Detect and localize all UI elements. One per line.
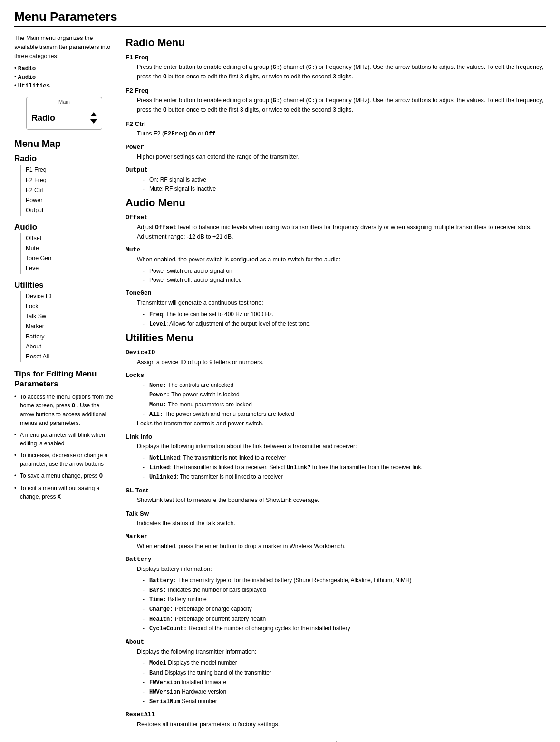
radio-menu-section: Radio Menu F1 Freq Press the enter butto… [126,37,546,194]
param-about: About Displays the following transmitter… [126,638,546,706]
param-battery-list: Battery: The chemistry type of for the i… [143,576,546,634]
menu-map-section: Menu Map Radio F1 Freq F2 Freq F2 Ctrl P… [14,138,114,362]
param-battery: Battery Displays battery information: Ba… [126,556,546,634]
utilities-menu-heading: Utilities Menu [126,332,546,344]
param-sltest-desc: ShowLink test tool to measure the bounda… [137,496,546,505]
param-deviceid-desc: Assign a device ID of up to 9 letters or… [137,358,546,367]
param-f2freq: F2 Freq Press the enter button to enable… [126,87,546,116]
menu-map-item: About [26,342,114,352]
menu-map-radio-title: Radio [14,154,114,164]
menu-map-heading: Menu Map [14,138,114,149]
menu-map-radio-items: F1 Freq F2 Freq F2 Ctrl Power Output [20,165,114,215]
category-audio: Audio [14,74,114,81]
menu-map-item: Tone Gen [26,253,114,263]
list-item: All: The power switch and menu parameter… [143,410,546,419]
list-item: HWVersion Hardware version [143,687,546,697]
page-number: 7 [126,739,546,742]
tips-item: A menu parameter will blink when editing… [14,431,114,448]
list-item: None: The controls are unlocked [143,381,546,390]
menu-map-utilities: Utilities Device ID Lock Talk Sw Marker … [14,280,114,362]
list-item: Linked: The transmitter is linked to a r… [143,463,546,472]
category-radio: Radio [14,65,114,72]
intro-text: The Main menu organizes the available tr… [14,34,114,60]
param-locks-extra: Locks the transmitter controls and power… [137,419,546,428]
param-power: Power Higher power settings can extend t… [126,144,546,162]
list-item: Mute: RF signal is inactive [143,184,546,193]
param-resetall-name: ResetAll [126,711,546,718]
audio-menu-section: Audio Menu Offset Adjust Offset level to… [126,197,546,329]
tips-section: Tips for Editing Menu Parameters To acce… [14,369,114,501]
list-item: Level: Allows for adjustment of the outp… [143,319,546,329]
list-item: On: RF signal is active [143,175,546,184]
param-mute-desc: When enabled, the power switch is config… [137,255,546,264]
param-power-name: Power [126,144,546,151]
list-item: Charge: Percentage of charge capacity [143,605,546,614]
param-sltest: SL Test ShowLink test tool to measure th… [126,487,546,505]
menu-map-radio: Radio F1 Freq F2 Freq F2 Ctrl Power Outp… [14,154,114,215]
radio-menu-heading: Radio Menu [126,37,546,49]
tips-heading: Tips for Editing Menu Parameters [14,369,114,389]
list-item: Model Displays the model number [143,658,546,668]
menu-map-item: Output [26,205,114,215]
menu-map-audio-title: Audio [14,222,114,232]
param-f2ctrl-desc: Turns F2 (F2Freq) On or Off. [137,129,546,139]
param-marker-desc: When enabled, press the enter button to … [137,542,546,551]
param-f1freq-name: F1 Freq [126,54,546,61]
menu-map-utilities-items: Device ID Lock Talk Sw Marker Battery Ab… [20,291,114,362]
param-f2ctrl: F2 Ctrl Turns F2 (F2Freq) On or Off. [126,120,546,139]
param-locks: Locks None: The controls are unlocked Po… [126,372,546,428]
page-title: Menu Parameters [14,10,546,27]
list-item: FWVersion Installed firmware [143,678,546,687]
param-sltest-name: SL Test [126,487,546,494]
param-output-name: Output [126,166,546,173]
menu-map-item: Lock [26,301,114,311]
param-deviceid: DeviceID Assign a device ID of up to 9 l… [126,349,546,367]
list-item: Band Displays the tuning band of the tra… [143,668,546,678]
category-list: Radio Audio Utilities [14,65,114,89]
menu-map-item: Reset All [26,352,114,362]
param-output-list: On: RF signal is active Mute: RF signal … [143,175,546,193]
param-linkinfo-list: NotLinked: The transmitter is not linked… [143,453,546,482]
list-item: Battery: The chemistry type of for the i… [143,576,546,586]
param-tonegen-desc: Transmitter will generate a continuous t… [137,299,546,308]
arrow-up-icon [90,112,97,116]
left-column: The Main menu organizes the available tr… [14,34,114,742]
param-talksw: Talk Sw Indicates the status of the talk… [126,510,546,528]
param-f2freq-name: F2 Freq [126,87,546,94]
menu-map-item: Level [26,263,114,273]
list-item: CycleCount: Record of the number of char… [143,624,546,634]
tips-item: To access the menu options from the home… [14,393,114,427]
tips-item: To save a menu change, press O [14,472,114,481]
param-linkinfo: Link Info Displays the following informa… [126,433,546,482]
menu-map-item: F2 Ctrl [26,185,114,195]
param-offset: Offset Adjust Offset level to balance mi… [126,214,546,242]
param-marker: Marker When enabled, press the enter but… [126,533,546,551]
param-locks-list: None: The controls are unlocked Power: T… [143,381,546,419]
menu-map-item: Power [26,195,114,205]
menu-map-item: F1 Freq [26,165,114,175]
param-resetall: ResetAll Restores all transmitter parame… [126,711,546,729]
param-talksw-desc: Indicates the status of the talk switch. [137,519,546,528]
param-tonegen-list: Freq: The tone can be set to 400 Hz or 1… [143,310,546,329]
list-item: Time: Battery runtime [143,595,546,605]
arrow-down-icon [90,119,97,124]
param-talksw-name: Talk Sw [126,510,546,517]
menu-map-item: Talk Sw [26,311,114,321]
param-locks-name: Locks [126,372,546,379]
list-item: Menu: The menu parameters are locked [143,400,546,410]
list-item: SerialNum Serial number [143,697,546,706]
list-item: Power switch off: audio signal muted [143,276,546,285]
menu-box-title: Main [27,97,102,106]
menu-map-item: Device ID [26,291,114,301]
list-item: Power switch on: audio signal on [143,267,546,276]
right-column: Radio Menu F1 Freq Press the enter butto… [126,34,546,742]
list-item: Freq: The tone can be set to 400 Hz or 1… [143,310,546,319]
tips-item: To exit a menu without saving a change, … [14,484,114,501]
param-f2ctrl-name: F2 Ctrl [126,120,546,127]
menu-map-audio: Audio Offset Mute Tone Gen Level [14,222,114,274]
param-mute-name: Mute [126,246,546,253]
param-mute: Mute When enabled, the power switch is c… [126,246,546,285]
menu-map-item: Battery [26,332,114,342]
param-about-desc: Displays the following transmitter infor… [137,647,546,656]
menu-map-item: Mute [26,243,114,253]
